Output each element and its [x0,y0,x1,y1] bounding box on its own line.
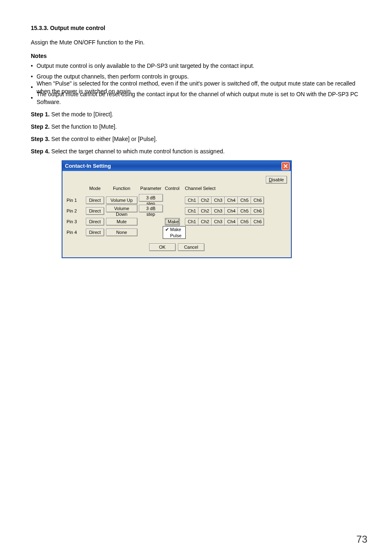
step-item: Step 2. Set the function to [Mute]. [31,123,361,130]
bullet-icon: • [31,62,37,70]
channel-button-ch6[interactable]: Ch6 [251,197,264,204]
step-label: Step 4. [31,148,50,155]
section-title: Output mute control [50,25,106,31]
step-text: Set the mode to [Direct]. [51,111,113,118]
dropdown-option-pulse[interactable]: Pulse [163,233,185,238]
function-button[interactable]: Volume Down [106,205,137,212]
disable-rest: isable [272,177,284,182]
step-label: Step 3. [31,136,50,142]
bullet-icon: • [31,83,37,91]
intro-text: Assign the Mute ON/OFF function to the P… [31,39,361,47]
option-label: Make [170,227,181,232]
control-dropdown[interactable]: ✔Make Pulse [163,226,186,239]
close-button[interactable] [281,162,290,170]
header-function: Function [105,186,138,191]
mode-button[interactable]: Direct [86,197,104,204]
dropdown-option-make[interactable]: ✔Make [163,227,185,233]
check-icon: ✔ [165,227,169,232]
channel-button-ch4[interactable]: Ch4 [224,218,238,225]
channel-button-ch4[interactable]: Ch4 [224,197,238,204]
ok-button[interactable]: OK [149,243,175,251]
dialog-titlebar[interactable]: Contact-In Setting [62,161,291,171]
note-item: The output mute cannot be reset using th… [37,90,361,106]
option-label: Pulse [170,233,182,238]
pin-row: Pin 1 Direct Volume Up 3 dB step Ch1 Ch2… [67,195,287,206]
pin-row: Pin 3 Direct Mute Make ✔Make Pulse Ch1 C… [67,216,287,227]
pin-label: Pin 3 [67,219,85,224]
mode-button[interactable]: Direct [86,229,104,236]
function-button[interactable]: Mute [106,218,137,225]
channel-button-ch1[interactable]: Ch1 [185,207,198,215]
header-mode: Mode [85,186,105,191]
contact-in-setting-dialog: Contact-In Setting Disable Mode Function… [62,160,292,258]
dialog-title: Contact-In Setting [65,163,111,169]
pin-row: Pin 2 Direct Volume Down 3 dB step Ch1 C… [67,206,287,216]
disable-button[interactable]: Disable [266,176,287,183]
header-control: Control [164,186,181,191]
notes-label: Notes [31,53,361,59]
channel-button-ch2[interactable]: Ch2 [198,207,211,215]
channel-button-ch3[interactable]: Ch3 [211,218,224,225]
section-heading: 15.3.3. Output mute control [31,25,361,31]
column-headers: Mode Function Parameter Control Channel … [67,186,287,191]
channel-button-ch5[interactable]: Ch5 [238,218,251,225]
header-channel-select: Channel Select [181,186,287,191]
mode-button[interactable]: Direct [86,207,104,215]
step-item: Step 4. Select the target channel to whi… [31,148,361,155]
control-button[interactable]: Make [165,218,180,225]
function-button[interactable]: None [106,229,137,236]
channel-button-ch4[interactable]: Ch4 [224,207,238,215]
channel-button-ch6[interactable]: Ch6 [251,207,264,215]
pin-label: Pin 1 [67,198,85,203]
parameter-button[interactable]: 3 dB step [139,194,163,201]
channel-button-ch1[interactable]: Ch1 [185,218,198,225]
step-item: Step 1. Set the mode to [Direct]. [31,111,361,118]
step-text: Set the control to either [Make] or [Pul… [51,136,157,142]
notes-list: •Output mute control is only available t… [31,61,361,104]
channel-button-ch2[interactable]: Ch2 [198,197,211,204]
header-parameter: Parameter [138,186,164,191]
pin-label: Pin 4 [67,230,85,235]
function-button[interactable]: Volume Up [106,197,137,204]
channel-button-ch3[interactable]: Ch3 [211,197,224,204]
pin-label: Pin 2 [67,208,85,213]
channel-button-ch5[interactable]: Ch5 [238,197,251,204]
bullet-icon: • [31,73,37,81]
step-label: Step 1. [31,111,50,118]
channel-button-ch1[interactable]: Ch1 [185,197,198,204]
step-text: Select the target channel to which mute … [51,148,225,155]
channel-button-ch5[interactable]: Ch5 [238,207,251,215]
parameter-button[interactable]: 3 dB step [139,205,163,212]
step-label: Step 2. [31,123,50,130]
channel-button-ch2[interactable]: Ch2 [198,218,211,225]
section-number: 15.3.3. [31,25,48,31]
page-number: 73 [356,534,367,545]
note-item: Output mute control is only available to… [37,62,361,70]
channel-button-ch3[interactable]: Ch3 [211,207,224,215]
step-text: Set the function to [Mute]. [51,123,117,130]
cancel-button[interactable]: Cancel [178,243,204,251]
mode-button[interactable]: Direct [86,218,104,225]
bullet-icon: • [31,94,37,102]
step-item: Step 3. Set the control to either [Make]… [31,136,361,142]
close-icon [284,164,288,168]
channel-button-ch6[interactable]: Ch6 [251,218,264,225]
